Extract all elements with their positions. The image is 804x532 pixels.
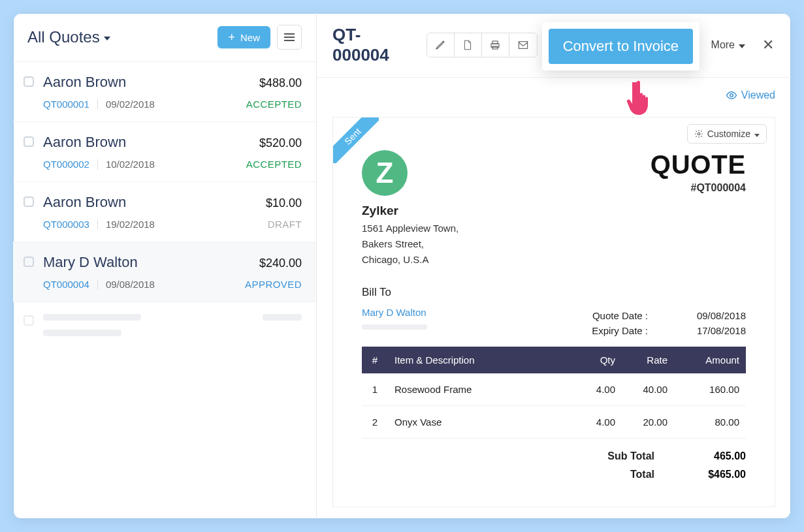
customer-name: Mary D Walton [43, 254, 138, 271]
quote-detail-body: Viewed Sent Customize Z [317, 78, 791, 519]
item-qty: 4.00 [576, 406, 622, 439]
quote-id: QT000001 [43, 99, 89, 110]
print-button[interactable] [482, 33, 509, 57]
totals-block: Sub Total 465.00 Total $465.00 [362, 450, 746, 480]
chevron-down-icon [104, 37, 110, 40]
quote-list-item[interactable]: Mary D Walton$240.00QT00000409/08/2018AP… [13, 242, 316, 302]
quote-date: 10/02/2018 [106, 159, 155, 170]
total-label: Total [630, 469, 654, 480]
viewed-status: Viewed [726, 89, 775, 101]
chevron-down-icon [754, 134, 760, 137]
item-qty: 4.00 [576, 373, 622, 406]
edit-button[interactable] [427, 33, 455, 57]
svg-rect-0 [492, 41, 498, 44]
company-name: Zylker [362, 204, 458, 218]
quote-id: QT000002 [43, 159, 89, 170]
items-table: # Item & Description Qty Rate Amount 1Ro… [362, 347, 746, 439]
item-num: 1 [362, 373, 388, 406]
quote-amount: $10.00 [266, 196, 302, 210]
row-checkbox[interactable] [24, 136, 34, 147]
svg-point-5 [698, 133, 700, 135]
left-header: All Quotes + New [13, 13, 316, 62]
item-amount: 160.00 [674, 373, 746, 406]
quote-date: 09/02/2018 [106, 99, 155, 110]
bill-to-label: Bill To [362, 286, 746, 299]
more-label: More [711, 39, 735, 51]
filter-label: All Quotes [27, 28, 100, 46]
viewed-label: Viewed [741, 89, 775, 101]
quote-id: QT000004 [43, 279, 89, 290]
quote-number: #QT000004 [651, 182, 746, 194]
quote-list-pane: All Quotes + New Aaron Brown$488.00QT000… [13, 13, 317, 519]
printer-icon [490, 40, 500, 50]
table-row: 2Onyx Vase4.0020.0080.00 [362, 406, 746, 439]
new-button-label: New [240, 32, 260, 43]
customer-name: Aaron Brown [43, 194, 126, 211]
sent-ribbon: Sent [333, 117, 379, 163]
col-num: # [362, 347, 388, 373]
col-qty: Qty [576, 347, 622, 373]
eye-icon [726, 91, 737, 100]
svg-rect-3 [519, 42, 527, 49]
quote-label-block: QUOTE #QT000004 [651, 150, 746, 268]
customize-button[interactable]: Customize [687, 124, 767, 144]
table-row: 1Rosewood Frame4.0040.00160.00 [362, 373, 746, 406]
quote-date-value: 09/08/2018 [687, 310, 746, 321]
row-checkbox[interactable] [24, 76, 34, 87]
quote-date: 09/08/2018 [106, 279, 155, 290]
toolbar-icon-group [426, 33, 538, 57]
quote-title: QT-000004 [332, 25, 417, 65]
list-options-button[interactable] [277, 25, 302, 50]
quote-amount: $240.00 [259, 257, 302, 270]
document-header: Z Zylker 1561 Appleview Town, Bakers Str… [362, 150, 746, 268]
chevron-down-icon [739, 44, 745, 48]
mail-icon [518, 40, 528, 50]
skeleton-row [13, 302, 316, 348]
item-rate: 20.00 [622, 406, 674, 439]
row-checkbox[interactable] [24, 257, 34, 267]
gear-icon [694, 129, 703, 138]
status-badge: DRAFT [268, 219, 302, 230]
quote-list-item[interactable]: Aaron Brown$520.00QT00000210/02/2018ACCE… [13, 122, 316, 182]
close-button[interactable]: ✕ [760, 34, 775, 56]
quote-list: Aaron Brown$488.00QT00000109/02/2018ACCE… [13, 62, 316, 302]
convert-to-invoice-button[interactable]: Convert to Invoice [549, 29, 693, 64]
sent-ribbon-label: Sent [333, 117, 379, 163]
divider [97, 99, 98, 110]
filter-dropdown[interactable]: All Quotes [27, 28, 211, 46]
company-block: Z Zylker 1561 Appleview Town, Bakers Str… [362, 150, 458, 268]
item-name: Onyx Vase [388, 406, 576, 439]
col-rate: Rate [622, 347, 674, 373]
quote-amount: $488.00 [259, 76, 302, 90]
email-button[interactable] [509, 33, 537, 57]
col-amount: Amount [674, 347, 746, 373]
row-checkbox[interactable] [24, 196, 34, 207]
divider [97, 159, 98, 170]
quote-list-item[interactable]: Aaron Brown$488.00QT00000109/02/2018ACCE… [13, 62, 316, 122]
customer-name: Aaron Brown [43, 134, 126, 151]
svg-point-4 [730, 94, 733, 97]
status-badge: APPROVED [245, 279, 302, 290]
quote-list-item[interactable]: Aaron Brown$10.00QT00000319/02/2018DRAFT [13, 182, 316, 242]
plus-icon: + [228, 31, 235, 43]
pencil-icon [435, 40, 445, 50]
total-value: $465.00 [687, 469, 746, 480]
item-name: Rosewood Frame [388, 373, 576, 406]
new-quote-button[interactable]: + New [217, 26, 270, 48]
pdf-icon [463, 40, 472, 50]
subtotal-value: 465.00 [687, 450, 746, 462]
quote-detail-pane: QT-000004 More ✕ [317, 13, 791, 519]
item-rate: 40.00 [622, 373, 674, 406]
svg-rect-2 [492, 46, 498, 49]
more-dropdown[interactable]: More [706, 35, 750, 55]
convert-highlight-panel: Convert to Invoice [542, 22, 699, 70]
quote-date: 19/02/2018 [106, 219, 155, 230]
expiry-date-value: 17/08/2018 [687, 325, 746, 336]
item-num: 2 [362, 406, 388, 439]
row-checkbox[interactable] [24, 315, 34, 326]
pdf-button[interactable] [455, 33, 482, 57]
col-item: Item & Description [388, 347, 576, 373]
subtotal-label: Sub Total [607, 450, 654, 462]
divider [97, 219, 98, 230]
item-amount: 80.00 [674, 406, 746, 439]
